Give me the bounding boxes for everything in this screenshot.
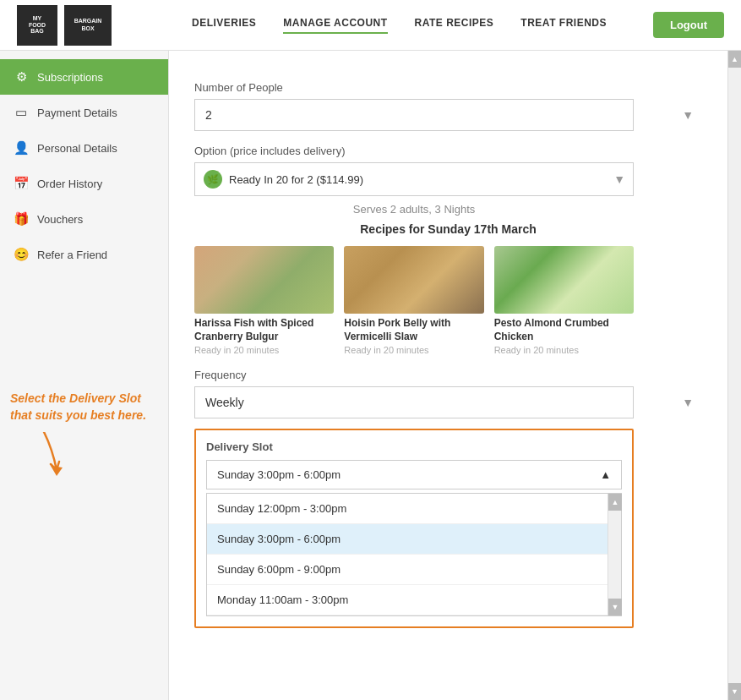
option-select-inner[interactable]: 🌿 Ready In 20 for 2 ($114.99) (194, 162, 634, 196)
smiley-icon: 😊 (14, 247, 29, 262)
frequency-label: Frequency (194, 369, 702, 381)
svg-marker-0 (51, 466, 63, 476)
header: MYFOODBAG BARGAINBOX DELIVERIES MANAGE A… (0, 0, 741, 51)
sidebar-item-refer-friend[interactable]: 😊 Refer a Friend (0, 237, 168, 272)
content: Number of People 2 3 4 ▼ Option (price i… (169, 51, 727, 700)
content-area: Number of People 2 3 4 ▼ Option (price i… (169, 51, 741, 700)
calendar-icon: 📅 (14, 176, 29, 191)
recipe-title-1: Hoisin Pork Belly with Vermicelli Slaw (344, 317, 483, 343)
myfoodbag-logo: MYFOODBAG (17, 5, 57, 46)
slot-option-3[interactable]: Monday 11:00am - 3:00pm (207, 585, 608, 615)
sidebar-item-vouchers[interactable]: 🎁 Vouchers (0, 201, 168, 237)
nav-treat-friends[interactable]: TREAT FRIENDS (520, 17, 607, 34)
sidebar-label-refer-friend: Refer a Friend (37, 249, 107, 261)
recipe-card-0: Harissa Fish with Spiced Cranberry Bulgu… (194, 246, 334, 355)
frequency-arrow-icon: ▼ (682, 396, 694, 409)
slot-scroll-up-button[interactable]: ▲ (608, 494, 622, 511)
frequency-select[interactable]: Weekly Fortnightly (194, 386, 634, 418)
annotation-text: Select the Delivery Slot that suits you … (10, 391, 158, 424)
recipe-card-1: Hoisin Pork Belly with Vermicelli Slaw R… (344, 246, 483, 355)
recipe-title-0: Harissa Fish with Spiced Cranberry Bulgu… (194, 317, 334, 343)
logout-button[interactable]: Logout (653, 12, 724, 38)
sidebar-label-payment-details: Payment Details (37, 107, 117, 119)
sidebar-item-payment-details[interactable]: ▭ Payment Details (0, 95, 168, 130)
slot-scroll-down-button[interactable]: ▼ (608, 599, 622, 615)
annotation-area: Select the Delivery Slot that suits you … (0, 391, 168, 485)
recipe-title-2: Pesto Almond Crumbed Chicken (494, 317, 634, 343)
number-of-people-label: Number of People (194, 81, 702, 94)
main-nav: DELIVERIES MANAGE ACCOUNT RATE RECIPES T… (145, 17, 653, 34)
nav-deliveries[interactable]: DELIVERIES (192, 17, 256, 34)
nav-manage-account[interactable]: MANAGE ACCOUNT (283, 17, 387, 34)
sidebar-item-personal-details[interactable]: 👤 Personal Details (0, 130, 168, 166)
sidebar-item-order-history[interactable]: 📅 Order History (0, 166, 168, 201)
sidebar-label-order-history: Order History (37, 178, 102, 190)
recipe-image-1 (344, 246, 483, 314)
delivery-slot-header[interactable]: Sunday 3:00pm - 6:00pm ▲ (206, 460, 622, 489)
main-scroll-up-button[interactable]: ▲ (728, 51, 742, 68)
number-of-people-arrow-icon: ▼ (682, 108, 694, 122)
delivery-slot-up-icon: ▲ (600, 468, 611, 481)
nav-rate-recipes[interactable]: RATE RECIPES (415, 17, 494, 34)
recipe-cards: Harissa Fish with Spiced Cranberry Bulgu… (194, 246, 634, 355)
sidebar-label-personal-details: Personal Details (37, 142, 117, 155)
slot-option-0[interactable]: Sunday 12:00pm - 3:00pm (207, 494, 608, 524)
recipe-time-0: Ready in 20 minutes (194, 345, 334, 355)
slot-option-2[interactable]: Sunday 6:00pm - 9:00pm (207, 555, 608, 585)
recipe-card-2: Pesto Almond Crumbed Chicken Ready in 20… (494, 246, 634, 355)
recipe-time-1: Ready in 20 minutes (344, 345, 483, 355)
slot-option-1[interactable]: Sunday 3:00pm - 6:00pm (207, 524, 608, 555)
frequency-wrapper: Weekly Fortnightly ▼ (194, 386, 702, 418)
sidebar-label-subscriptions: Subscriptions (37, 71, 103, 84)
bargainbox-logo: BARGAINBOX (64, 5, 112, 46)
number-of-people-wrapper: 2 3 4 ▼ (194, 99, 702, 131)
recipe-image-0 (194, 246, 334, 314)
frequency-section: Frequency Weekly Fortnightly ▼ (194, 369, 702, 418)
delivery-slot-current-value: Sunday 3:00pm - 6:00pm (217, 468, 341, 481)
voucher-icon: 🎁 (14, 211, 29, 227)
option-value-text: Ready In 20 for 2 ($114.99) (229, 173, 363, 186)
main-layout: ⚙ Subscriptions ▭ Payment Details 👤 Pers… (0, 51, 741, 700)
gear-icon: ⚙ (14, 69, 29, 85)
option-arrow-icon: ▼ (613, 172, 625, 186)
delivery-slot-list-container: Sunday 12:00pm - 3:00pm Sunday 3:00pm - … (206, 493, 622, 616)
delivery-slot-title: Delivery Slot (206, 440, 622, 453)
sidebar: ⚙ Subscriptions ▭ Payment Details 👤 Pers… (0, 51, 169, 700)
sidebar-item-subscriptions[interactable]: ⚙ Subscriptions (0, 59, 168, 95)
person-icon: 👤 (14, 140, 29, 156)
card-icon: ▭ (14, 105, 29, 120)
recipes-title: Recipes for Sunday 17th March (194, 222, 702, 236)
serves-text: Serves 2 adults, 3 Nights (194, 203, 634, 216)
slot-list-scrollbar: ▲ ▼ (608, 494, 621, 615)
recipe-image-2 (494, 246, 634, 314)
main-content-scrollbar: ▲ ▼ (727, 51, 741, 700)
main-scroll-down-button[interactable]: ▼ (728, 683, 742, 700)
delivery-slot-box: Delivery Slot Sunday 3:00pm - 6:00pm ▲ S… (194, 429, 634, 628)
sidebar-label-vouchers: Vouchers (37, 213, 83, 226)
option-leaf-icon: 🌿 (204, 170, 222, 189)
annotation-arrow (27, 432, 158, 485)
option-select-wrapper[interactable]: 🌿 Ready In 20 for 2 ($114.99) ▼ (194, 162, 634, 196)
option-label: Option (price includes delivery) (194, 145, 702, 157)
recipe-time-2: Ready in 20 minutes (494, 345, 634, 355)
delivery-slot-list: Sunday 12:00pm - 3:00pm Sunday 3:00pm - … (207, 494, 621, 615)
logo-area: MYFOODBAG BARGAINBOX (17, 5, 112, 46)
number-of-people-select[interactable]: 2 3 4 (194, 99, 634, 131)
